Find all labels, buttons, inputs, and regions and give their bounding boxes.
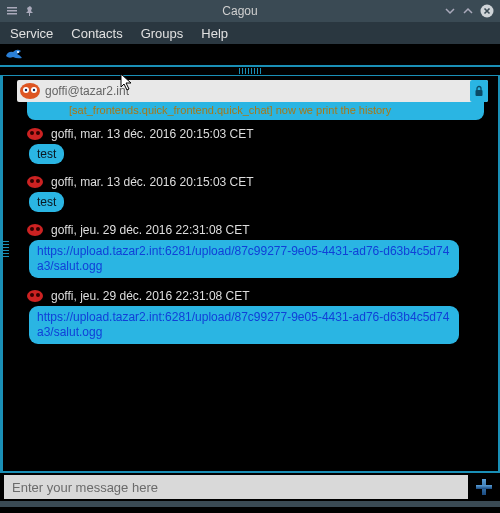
message-block: goffi, mar. 13 déc. 2016 20:15:03 CETtes… <box>25 126 484 164</box>
message-block: goffi, jeu. 29 déc. 2016 22:31:08 CEThtt… <box>25 288 484 344</box>
svg-rect-10 <box>476 90 483 96</box>
menu-groups[interactable]: Groups <box>141 26 184 41</box>
history-notice-text: [sat_frontends.quick_frontend.quick_chat… <box>69 104 391 116</box>
minimize-button[interactable] <box>444 5 456 17</box>
svg-rect-1 <box>7 10 17 12</box>
message-link[interactable]: https://upload.tazar2.int:6281/upload/87… <box>29 240 459 278</box>
svg-rect-0 <box>7 7 17 9</box>
svg-point-15 <box>30 179 34 183</box>
svg-point-13 <box>36 131 40 135</box>
svg-point-20 <box>27 290 43 302</box>
svg-point-5 <box>20 83 40 99</box>
svg-point-11 <box>27 128 43 140</box>
contact-avatar-icon <box>17 80 43 102</box>
contact-jid: goffi@tazar2.int <box>43 84 470 98</box>
svg-point-18 <box>30 227 34 231</box>
message-block: goffi, mar. 13 déc. 2016 20:15:03 CETtes… <box>25 174 484 212</box>
svg-point-17 <box>27 224 43 236</box>
contact-header: goffi@tazar2.int <box>17 80 488 102</box>
svg-point-21 <box>30 293 34 297</box>
toolbar <box>0 44 500 66</box>
svg-point-16 <box>36 179 40 183</box>
message-meta: goffi, jeu. 29 déc. 2016 22:31:08 CET <box>51 223 250 237</box>
message-link[interactable]: https://upload.tazar2.int:6281/upload/87… <box>29 306 459 344</box>
menu-contacts[interactable]: Contacts <box>71 26 122 41</box>
message-bubble: test <box>29 192 64 212</box>
menu-service[interactable]: Service <box>10 26 53 41</box>
message-header: goffi, jeu. 29 déc. 2016 22:31:08 CET <box>25 222 484 238</box>
tab-handle[interactable] <box>0 66 500 76</box>
app-bird-icon[interactable] <box>4 46 24 64</box>
svg-point-8 <box>25 89 27 91</box>
add-button[interactable] <box>472 475 496 499</box>
message-header: goffi, mar. 13 déc. 2016 20:15:03 CET <box>25 174 484 190</box>
maximize-button[interactable] <box>462 5 474 17</box>
svg-rect-24 <box>476 485 492 489</box>
message-meta: goffi, mar. 13 déc. 2016 20:15:03 CET <box>51 127 254 141</box>
titlebar: Cagou <box>0 0 500 22</box>
avatar-icon <box>25 288 45 304</box>
window-bottom-border <box>0 501 500 507</box>
svg-point-14 <box>27 176 43 188</box>
menubar: Service Contacts Groups Help <box>0 22 500 44</box>
svg-point-9 <box>33 89 35 91</box>
history-notice: [sat_frontends.quick_frontend.quick_chat… <box>27 102 484 120</box>
avatar-icon <box>25 222 45 238</box>
composer <box>0 471 500 501</box>
message-meta: goffi, jeu. 29 déc. 2016 22:31:08 CET <box>51 289 250 303</box>
avatar-icon <box>25 126 45 142</box>
app-menu-icon[interactable] <box>6 5 18 17</box>
window-title: Cagou <box>36 4 444 18</box>
message-header: goffi, mar. 13 déc. 2016 20:15:03 CET <box>25 126 484 142</box>
svg-point-4 <box>17 51 19 53</box>
message-header: goffi, jeu. 29 déc. 2016 22:31:08 CET <box>25 288 484 304</box>
message-block: goffi, jeu. 29 déc. 2016 22:31:08 CEThtt… <box>25 222 484 278</box>
avatar-icon <box>25 174 45 190</box>
lock-icon[interactable] <box>470 80 488 102</box>
pin-icon[interactable] <box>24 5 36 17</box>
svg-rect-2 <box>7 13 17 15</box>
chat-area: goffi@tazar2.int [sat_frontends.quick_fr… <box>0 76 500 471</box>
close-button[interactable] <box>480 4 494 18</box>
svg-point-22 <box>36 293 40 297</box>
message-bubble: test <box>29 144 64 164</box>
svg-point-12 <box>30 131 34 135</box>
menu-help[interactable]: Help <box>201 26 228 41</box>
side-grip[interactable] <box>3 226 9 272</box>
message-input[interactable] <box>4 475 468 499</box>
svg-point-19 <box>36 227 40 231</box>
message-meta: goffi, mar. 13 déc. 2016 20:15:03 CET <box>51 175 254 189</box>
message-list: goffi, mar. 13 déc. 2016 20:15:03 CETtes… <box>3 120 498 344</box>
